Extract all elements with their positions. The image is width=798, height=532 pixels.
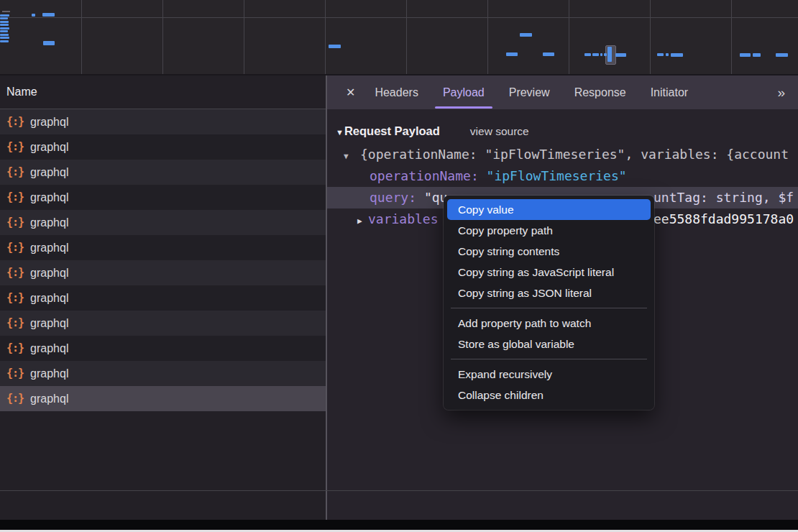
tab-initiator[interactable]: Initiator: [638, 75, 700, 109]
more-tabs-icon[interactable]: »: [777, 85, 798, 101]
overview-request-bar: [0, 14, 9, 17]
close-icon[interactable]: ✕: [346, 86, 355, 99]
network-request-row[interactable]: {:}graphql: [0, 235, 326, 260]
property-value: "ipFlowTimeseries": [487, 168, 627, 183]
request-name-label: graphql: [30, 285, 68, 311]
request-name-label: graphql: [30, 311, 68, 336]
network-request-row[interactable]: {:}graphql: [0, 160, 326, 185]
json-request-icon: {:}: [6, 285, 24, 311]
detail-tab-bar: ✕ HeadersPayloadPreviewResponseInitiator…: [327, 75, 798, 109]
overview-request-bar: [32, 14, 35, 17]
overview-request-bar: [0, 17, 8, 19]
collapse-triangle-icon[interactable]: ▼: [336, 128, 344, 137]
menu-separator: [451, 308, 647, 308]
context-menu-item-copy-value[interactable]: Copy value: [447, 199, 651, 220]
overview-request-bar: [776, 53, 788, 57]
overview-selected-request-bar: [607, 47, 612, 62]
overview-gray-bar: [2, 11, 10, 12]
tab-preview[interactable]: Preview: [497, 75, 562, 109]
context-menu: Copy valueCopy property pathCopy string …: [444, 196, 654, 410]
network-request-row[interactable]: {:}graphql: [0, 134, 326, 160]
json-request-icon: {:}: [6, 185, 24, 210]
table-footer-divider: [0, 490, 798, 491]
request-name-label: graphql: [30, 235, 68, 260]
view-source-link[interactable]: view source: [470, 125, 529, 137]
overview-request-bar: [543, 52, 554, 56]
context-menu-item-add-property-path-to-watch[interactable]: Add property path to watch: [444, 313, 654, 334]
request-name-label: graphql: [30, 260, 68, 285]
network-request-row[interactable]: {:}graphql: [0, 336, 326, 361]
overview-request-bar: [0, 34, 9, 36]
network-request-row[interactable]: {:}graphql: [0, 285, 326, 311]
network-request-row[interactable]: {:}graphql: [0, 109, 326, 134]
context-menu-item-collapse-children[interactable]: Collapse children: [444, 385, 654, 405]
context-menu-item-copy-property-path[interactable]: Copy property path: [444, 220, 654, 241]
overview-vertical-gridline: [406, 0, 407, 74]
overview-request-bar: [671, 53, 683, 57]
overview-vertical-gridline: [650, 0, 651, 74]
overview-request-bar: [592, 53, 599, 56]
json-request-icon: {:}: [6, 134, 24, 160]
overview-vertical-gridline: [487, 0, 488, 74]
overview-request-bar: [0, 37, 9, 39]
overview-request-bar: [615, 53, 626, 57]
tab-response[interactable]: Response: [562, 75, 638, 109]
property-key: query:: [370, 190, 416, 205]
overview-request-bar: [657, 53, 664, 56]
network-request-row[interactable]: {:}graphql: [0, 386, 326, 411]
overview-request-bar: [604, 53, 607, 56]
requests-list: {:}graphql{:}graphql{:}graphql{:}graphql…: [0, 109, 326, 411]
request-name-label: graphql: [30, 210, 68, 235]
json-request-icon: {:}: [6, 386, 24, 411]
property-value-right-fragment: ee5588fdad995178a0: [653, 208, 794, 230]
overview-request-bar: [0, 21, 9, 23]
json-request-icon: {:}: [6, 109, 24, 134]
overview-request-bar: [0, 30, 8, 32]
tab-payload[interactable]: Payload: [431, 75, 497, 109]
json-request-icon: {:}: [6, 336, 24, 361]
request-name-label: graphql: [30, 386, 68, 411]
devtools-network-panel: Name {:}graphql{:}graphql{:}graphql{:}gr…: [0, 0, 798, 532]
tab-headers[interactable]: Headers: [362, 75, 430, 109]
network-request-row[interactable]: {:}graphql: [0, 361, 326, 386]
context-menu-item-copy-string-as-javascript-literal[interactable]: Copy string as JavaScript literal: [444, 262, 654, 283]
overview-request-bar: [43, 41, 55, 45]
context-menu-item-copy-string-as-json-literal[interactable]: Copy string as JSON literal: [444, 283, 654, 303]
overview-vertical-gridline: [325, 0, 326, 74]
overview-request-bar: [0, 27, 9, 29]
request-name-label: graphql: [30, 336, 68, 361]
overview-vertical-gridline: [162, 0, 163, 74]
expanded-triangle-icon[interactable]: ▼: [344, 146, 360, 165]
request-payload-section-header[interactable]: ▼Request Payloadview source: [327, 118, 798, 144]
collapsed-triangle-icon[interactable]: ▶: [357, 211, 368, 230]
json-request-icon: {:}: [6, 361, 24, 386]
requests-table: Name {:}graphql{:}graphql{:}graphql{:}gr…: [0, 75, 326, 520]
payload-property-operationname[interactable]: operationName: "ipFlowTimeseries": [327, 165, 798, 187]
network-request-row[interactable]: {:}graphql: [0, 311, 326, 336]
overview-request-bar: [600, 53, 602, 56]
overview-request-bar: [0, 40, 9, 42]
overview-request-bar: [520, 33, 532, 37]
network-request-row[interactable]: {:}graphql: [0, 210, 326, 235]
property-key: variables: [368, 211, 439, 226]
overview-vertical-gridline: [731, 0, 732, 74]
network-overview-timeline[interactable]: [0, 0, 798, 75]
json-request-icon: {:}: [6, 160, 24, 185]
column-header-name[interactable]: Name: [0, 75, 326, 109]
context-menu-item-store-as-global-variable[interactable]: Store as global variable: [444, 334, 654, 354]
network-request-row[interactable]: {:}graphql: [0, 185, 326, 210]
json-request-icon: {:}: [6, 260, 24, 285]
request-name-label: graphql: [30, 109, 68, 134]
overview-vertical-gridline: [569, 0, 569, 74]
context-menu-item-copy-string-contents[interactable]: Copy string contents: [444, 241, 654, 262]
overview-vertical-gridline: [244, 0, 244, 74]
context-menu-item-expand-recursively[interactable]: Expand recursively: [444, 364, 654, 385]
request-name-label: graphql: [30, 134, 68, 160]
network-request-row[interactable]: {:}graphql: [0, 260, 326, 285]
payload-root-node[interactable]: ▼{operationName: "ipFlowTimeseries", var…: [327, 144, 798, 165]
overview-request-bar: [506, 52, 518, 56]
overview-vertical-gridline: [81, 0, 82, 74]
overview-request-bar: [329, 45, 341, 48]
payload-summary-text: {operationName: "ipFlowTimeseries", vari…: [360, 147, 789, 162]
window-bottom-bar: [0, 520, 798, 530]
